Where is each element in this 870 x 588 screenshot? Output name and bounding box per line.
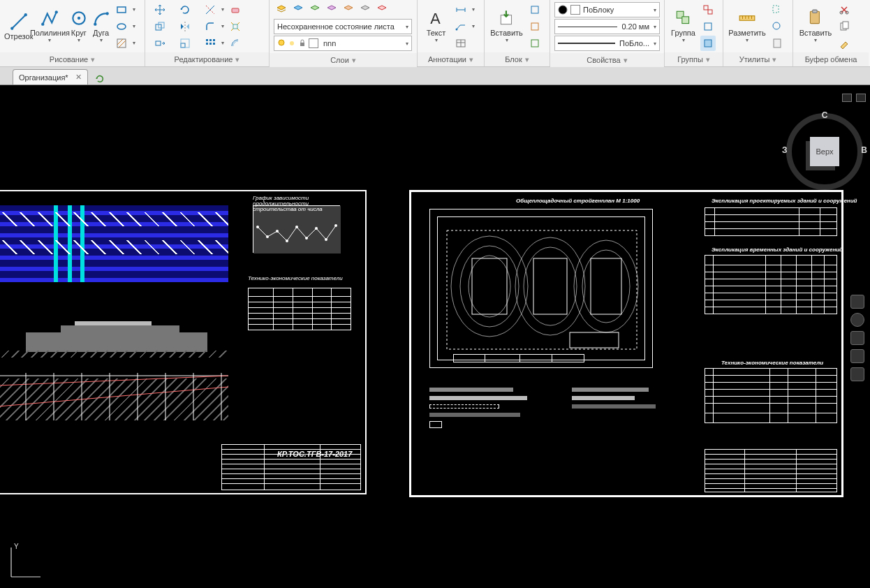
file-tab-close[interactable]: ✕ [75,73,82,82]
layer-state-combo[interactable]: Несохраненное состояние листа▾ [274,19,412,34]
viewcube-top[interactable]: Верх [810,137,839,166]
cmd-block-attr[interactable] [527,36,543,51]
file-tab-active[interactable]: Организация* ✕ [13,69,88,84]
cmd-rect-more[interactable]: ▾ [131,2,138,17]
svg-point-80 [334,224,337,227]
svg-text:Y: Y [14,543,19,550]
panel-block: Вставить ▾ Блок▾ [485,0,550,66]
expl-table-1 [705,207,837,236]
cmd-ungroup[interactable] [700,2,716,17]
cmd-group[interactable]: Группа ▾ [669,2,698,51]
cmd-trim-more[interactable]: ▾ [219,2,226,17]
panel-clipboard-title[interactable]: Буфер обмена [793,52,869,66]
linetype-preview [558,43,615,44]
viewcube[interactable]: Верх С З В [786,113,863,190]
cmd-table[interactable] [453,36,469,51]
cmd-leader[interactable] [453,19,469,34]
cmd-fillet-more[interactable]: ▾ [219,19,226,34]
cmd-hatch-more[interactable]: ▾ [131,36,138,51]
cmd-offset[interactable] [228,36,243,51]
panel-annot: A Текст ▾ ▾ ▾ Аннотации▾ [418,0,485,66]
cmd-circle[interactable]: Круг ▾ [66,2,91,51]
drawing-viewport[interactable]: Верх С З В График зависимости продолжите… [0,85,870,588]
cmd-line[interactable]: Отрезок [4,2,33,51]
cmd-move[interactable] [152,2,168,17]
cmd-erase[interactable] [228,2,243,17]
cmd-polyline[interactable]: Полилиния ▾ [33,2,66,51]
cmd-rect[interactable] [114,2,129,17]
cmd-leader-more[interactable]: ▾ [470,19,477,34]
cmd-rotate[interactable] [177,2,193,17]
svg-point-4 [55,10,58,13]
file-tab-label: Организация* [19,73,68,82]
cmd-copy[interactable] [152,19,168,34]
cmd-block-insert[interactable]: Вставить ▾ [489,2,524,51]
cmd-group-edit[interactable] [700,19,716,34]
layer-off[interactable] [357,2,373,17]
cmd-array-more[interactable]: ▾ [219,36,226,51]
panel-groups: Группа ▾ Группы▾ [665,0,723,66]
nav-orbit[interactable] [850,367,864,381]
svg-line-23 [231,29,233,31]
prop-linetype[interactable]: ПоБло...▾ [554,36,660,51]
svg-point-76 [295,226,298,228]
cmd-stretch[interactable] [152,36,168,51]
cmd-polyline-label: Полилиния [30,29,70,37]
cmd-dim-linear[interactable] [453,2,469,17]
cmd-block-edit[interactable] [527,19,543,34]
svg-point-98 [574,240,638,332]
cmd-scale[interactable] [177,36,193,51]
panel-utils-title[interactable]: Утилиты▾ [723,52,792,66]
svg-text:A: A [430,10,441,27]
viewport-minimize[interactable] [842,94,852,102]
panel-block-title[interactable]: Блок▾ [485,52,550,66]
tab-reload[interactable] [95,73,106,84]
cmd-mirror[interactable] [177,19,193,34]
layer-iso[interactable] [307,2,323,17]
prop-color[interactable]: ПоБлоку▾ [554,2,660,17]
viewport-maximize[interactable] [856,94,866,102]
cmd-ellipse-more[interactable]: ▾ [131,19,138,34]
nav-bar [849,295,866,381]
layer-prop-manager[interactable] [274,2,289,17]
cmd-text[interactable]: A Текст ▾ [422,2,450,51]
panel-props-title[interactable]: Свойства▾ [550,53,664,67]
svg-rect-104 [447,230,637,349]
cmd-array[interactable] [202,36,218,51]
legend [429,388,569,428]
cmd-group-select[interactable] [700,36,716,51]
layer-states[interactable] [290,2,306,17]
nav-zoom[interactable] [850,349,864,363]
layer-freeze[interactable] [324,2,339,17]
cmd-measure[interactable]: Разметить ▾ [728,2,767,51]
layer-current-combo[interactable]: nnn ▾ [274,36,412,51]
prop-lineweight[interactable]: 0.20 мм▾ [554,19,660,34]
cmd-calc[interactable] [769,36,785,51]
cmd-dim-more[interactable]: ▾ [470,2,477,17]
cmd-select[interactable] [769,2,785,17]
cmd-qselect[interactable] [769,19,785,34]
nav-wheel[interactable] [850,313,864,327]
nav-pan[interactable] [850,331,864,345]
cmd-matchprop[interactable] [836,36,852,51]
cmd-ellipse[interactable] [114,19,129,34]
panel-edit-title[interactable]: Редактирование▾ [145,52,269,66]
panel-layers-title[interactable]: Слои▾ [270,53,417,67]
panel-annot-title[interactable]: Аннотации▾ [418,52,484,66]
cmd-copycb[interactable] [836,19,852,34]
layer-match[interactable] [374,2,390,17]
layer-lock[interactable] [341,2,356,17]
cmd-cut[interactable] [836,2,852,17]
cmd-block-create[interactable] [527,2,543,17]
tep-table-2 [705,368,837,423]
cmd-paste[interactable]: Вставить ▾ [797,2,834,51]
cmd-explode[interactable] [228,19,243,34]
cmd-hatch[interactable] [114,36,129,51]
cmd-fillet[interactable] [202,19,218,34]
panel-groups-title[interactable]: Группы▾ [665,52,723,66]
cmd-arc[interactable]: Дуга ▾ [91,2,111,51]
cmd-trim[interactable] [202,2,218,17]
svg-rect-53 [704,6,708,10]
nav-home[interactable] [850,295,864,309]
panel-draw-title[interactable]: Рисование▾ [0,52,145,66]
